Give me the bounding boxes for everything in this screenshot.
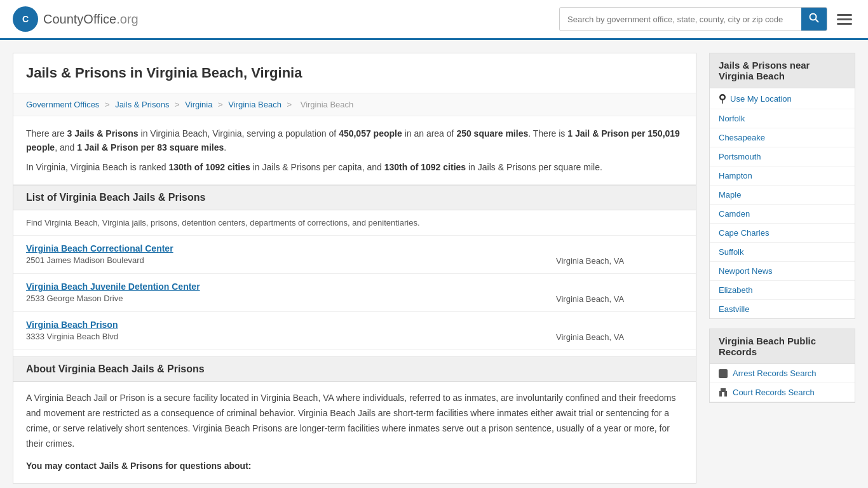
- nearby-link-hampton[interactable]: Hampton: [710, 166, 855, 186]
- court-records-link[interactable]: Court Records Search: [710, 383, 855, 402]
- header-right: [559, 7, 855, 31]
- nearby-link-eastville[interactable]: Eastville: [710, 300, 855, 318]
- list-section-header: List of Virginia Beach Jails & Prisons: [13, 185, 696, 210]
- desc-rank2: 130th of 1092 cities: [384, 162, 466, 172]
- court-records-icon: [719, 388, 728, 397]
- breadcrumb-current: Virginia Beach: [301, 100, 354, 109]
- desc-count: 3 Jails & Prisons: [67, 128, 139, 139]
- desc-text3: in an area of: [402, 128, 457, 139]
- about-paragraph: A Virginia Beach Jail or Prison is a sec…: [26, 391, 683, 451]
- arrest-records-label[interactable]: Arrest Records Search: [733, 369, 817, 378]
- desc-text4: . There is: [528, 128, 567, 139]
- nearby-link-camden[interactable]: Camden: [710, 205, 855, 224]
- public-records-title: Virginia Beach Public Records: [710, 329, 855, 364]
- desc-text8: in Jails & Prisons per capita, and: [250, 162, 384, 172]
- svg-rect-7: [721, 388, 726, 391]
- svg-text:C: C: [22, 14, 29, 24]
- desc-area: 250 square miles: [456, 128, 528, 139]
- nearby-link-suffolk[interactable]: Suffolk: [710, 243, 855, 262]
- facility-city-2: Virginia Beach, VA: [556, 281, 683, 304]
- use-location-row[interactable]: Use My Location: [710, 88, 855, 109]
- facility-address-3: 3333 Virginia Beach Blvd: [26, 332, 556, 341]
- breadcrumb-item-4[interactable]: Virginia Beach: [228, 100, 281, 109]
- sidebar: Jails & Prisons near Virginia Beach Use …: [709, 53, 855, 484]
- arrest-records-icon: [719, 369, 728, 378]
- use-location-link[interactable]: Use My Location: [730, 94, 792, 104]
- court-records-label[interactable]: Court Records Search: [733, 388, 815, 397]
- breadcrumb-sep-2: >: [175, 100, 182, 109]
- facility-address-1: 2501 James Madison Boulevard: [26, 255, 556, 265]
- breadcrumb-item-3[interactable]: Virginia: [185, 100, 212, 109]
- desc-text9: in Jails & Prisons per square mile.: [466, 162, 602, 172]
- about-text: A Virginia Beach Jail or Prison is a sec…: [13, 382, 696, 483]
- facility-name-1[interactable]: Virginia Beach Correctional Center: [26, 243, 556, 254]
- contact-label: You may contact Jails & Prisons for ques…: [26, 461, 251, 471]
- nearby-link-portsmouth[interactable]: Portsmouth: [710, 147, 855, 166]
- facility-item: Virginia Beach Correctional Center 2501 …: [13, 236, 696, 274]
- svg-rect-8: [722, 392, 724, 396]
- nearby-title: Jails & Prisons near Virginia Beach: [710, 53, 855, 88]
- facility-item: Virginia Beach Prison 3333 Virginia Beac…: [13, 312, 696, 350]
- desc-text5: , and: [55, 142, 77, 152]
- search-input[interactable]: [560, 10, 801, 29]
- nearby-link-newport-news[interactable]: Newport News: [710, 262, 855, 281]
- about-section-header: About Virginia Beach Jails & Prisons: [13, 356, 696, 382]
- main-content: Jails & Prisons in Virginia Beach, Virgi…: [13, 53, 696, 484]
- menu-button[interactable]: [834, 11, 855, 28]
- facility-intro: Find Virginia Beach, Virginia jails, pri…: [13, 210, 696, 236]
- public-records-section: Virginia Beach Public Records Arrest Rec…: [709, 329, 855, 403]
- desc-rank1: 130th of 1092 cities: [168, 162, 250, 172]
- menu-line-1: [837, 14, 852, 16]
- facility-name-3[interactable]: Virginia Beach Prison: [26, 320, 556, 330]
- nearby-link-norfolk[interactable]: Norfolk: [710, 109, 855, 128]
- nearby-link-elizabeth[interactable]: Elizabeth: [710, 281, 855, 300]
- search-bar: [559, 7, 827, 31]
- breadcrumb-sep-3: >: [218, 100, 225, 109]
- desc-text1: There are: [26, 128, 67, 139]
- svg-point-2: [810, 14, 817, 20]
- breadcrumb-item-1[interactable]: Government Offices: [26, 100, 99, 109]
- desc-text7: In Virginia, Virginia Beach is ranked: [26, 162, 168, 172]
- desc-population: 450,057 people: [339, 128, 402, 139]
- breadcrumb-sep-1: >: [105, 100, 112, 109]
- breadcrumb-sep-4: >: [287, 100, 294, 109]
- menu-line-3: [837, 23, 852, 25]
- page-title: Jails & Prisons in Virginia Beach, Virgi…: [13, 53, 696, 93]
- facility-city-3: Virginia Beach, VA: [556, 320, 683, 342]
- facility-item: Virginia Beach Juvenile Detention Center…: [13, 274, 696, 312]
- facility-address-2: 2533 George Mason Drive: [26, 294, 556, 303]
- desc-text2: in Virginia Beach, Virginia, serving a p…: [139, 128, 339, 139]
- facility-city-1: Virginia Beach, VA: [556, 243, 683, 266]
- arrest-records-link[interactable]: Arrest Records Search: [710, 364, 855, 383]
- location-pin-icon: [719, 93, 726, 104]
- menu-line-2: [837, 18, 852, 20]
- logo-text: CountyOffice.org: [43, 12, 139, 27]
- breadcrumb-item-2[interactable]: Jails & Prisons: [115, 100, 169, 109]
- search-button[interactable]: [801, 8, 827, 30]
- nearby-link-maple[interactable]: Maple: [710, 186, 855, 205]
- svg-point-5: [721, 96, 724, 99]
- svg-line-3: [816, 20, 819, 23]
- description-block: There are 3 Jails & Prisons in Virginia …: [13, 116, 696, 185]
- facility-name-2[interactable]: Virginia Beach Juvenile Detention Center: [26, 281, 556, 292]
- nearby-link-chesapeake[interactable]: Chesapeake: [710, 128, 855, 147]
- logo-icon: C: [13, 6, 38, 32]
- logo[interactable]: C CountyOffice.org: [13, 6, 139, 32]
- desc-ratio2: 1 Jail & Prison per 83 square miles: [77, 142, 224, 152]
- desc-text6: .: [224, 142, 226, 152]
- nearby-link-cape-charles[interactable]: Cape Charles: [710, 224, 855, 243]
- breadcrumb: Government Offices > Jails & Prisons > V…: [13, 93, 696, 116]
- nearby-section: Jails & Prisons near Virginia Beach Use …: [709, 53, 855, 319]
